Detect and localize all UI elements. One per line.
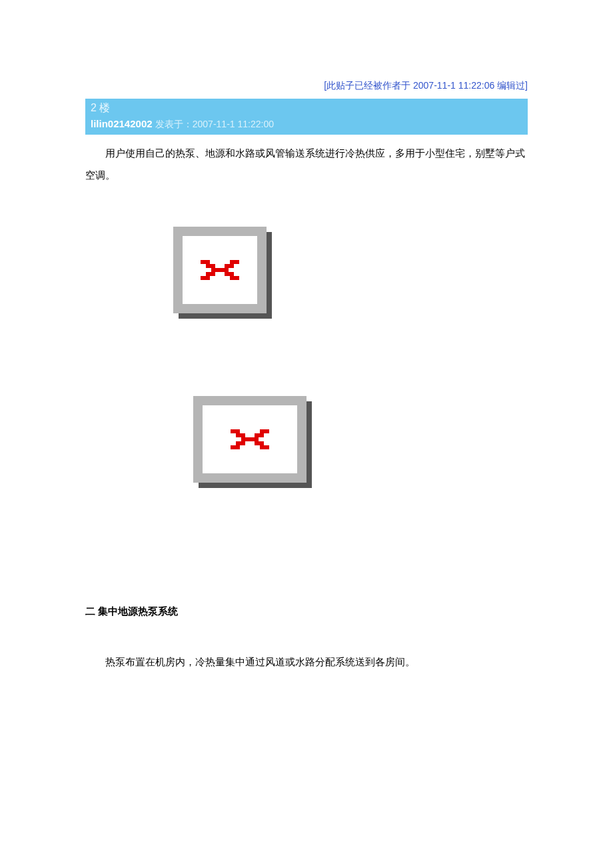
broken-image-icon [201,260,239,280]
svg-rect-15 [255,441,264,445]
author-row: lilin02142002 发表于：2007-11-1 11:22:00 [85,117,528,135]
broken-image-1 [173,227,267,313]
section-body: 热泵布置在机房内，冷热量集中通过风道或水路分配系统送到各房间。 [85,651,528,673]
image-frame [173,227,267,313]
svg-rect-3 [225,264,234,268]
floor-number: 2 楼 [85,99,528,117]
svg-rect-4 [211,268,229,272]
svg-rect-16 [231,445,240,449]
posted-label: 发表于： [155,119,193,129]
svg-rect-7 [201,276,210,280]
section-heading: 二 集中地源热泵系统 [85,605,528,618]
image-frame [193,396,306,483]
broken-image-icon [231,429,269,449]
svg-rect-9 [231,429,240,433]
section-paragraph: 热泵布置在机房内，冷热量集中通过风道或水路分配系统送到各房间。 [85,651,528,673]
svg-rect-6 [225,272,234,276]
svg-rect-1 [230,260,239,264]
svg-rect-0 [201,260,210,264]
edit-notice: [此贴子已经被作者于 2007-11-1 11:22:06 编辑过] [0,0,613,99]
author-name[interactable]: lilin02142002 [91,118,153,129]
svg-rect-14 [236,441,245,445]
svg-rect-2 [206,264,215,268]
image-2-wrap [193,396,613,485]
svg-rect-11 [236,433,245,437]
svg-rect-17 [260,445,269,449]
bracket-close: ] [525,80,528,91]
image-canvas [183,236,257,304]
svg-rect-5 [206,272,215,276]
broken-image-2 [193,396,306,483]
page-container: [此贴子已经被作者于 2007-11-1 11:22:06 编辑过] 2 楼 l… [0,0,613,673]
edit-notice-suffix: 编辑过 [494,80,525,91]
svg-rect-8 [230,276,239,280]
posted-time: 2007-11-1 11:22:00 [193,119,274,129]
svg-rect-10 [260,429,269,433]
post-body: 用户使用自己的热泵、地源和水路或风管输送系统进行冷热供应，多用于小型住宅，别墅等… [85,143,528,187]
edit-notice-timestamp: 2007-11-1 11:22:06 [413,80,494,91]
image-1-wrap [173,227,613,316]
svg-rect-12 [255,433,264,437]
image-canvas [203,405,297,473]
svg-rect-13 [241,437,259,441]
edit-notice-prefix: 此贴子已经被作者于 [326,80,413,91]
paragraph-1: 用户使用自己的热泵、地源和水路或风管输送系统进行冷热供应，多用于小型住宅，别墅等… [85,143,528,187]
post-header: 2 楼 lilin02142002 发表于：2007-11-1 11:22:00 [85,99,528,135]
